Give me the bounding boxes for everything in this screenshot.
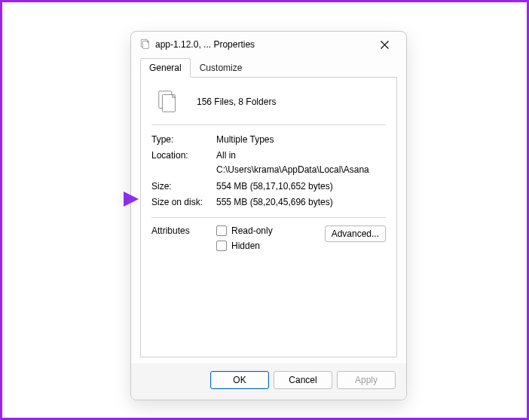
- multi-file-icon: [139, 38, 151, 51]
- value-type: Multiple Types: [216, 133, 386, 147]
- window-title: app-1.12.0, ... Properties: [155, 39, 368, 50]
- advanced-button[interactable]: Advanced...: [325, 225, 386, 242]
- attributes-section: Attributes Read-only Hidden Advanced...: [151, 225, 386, 256]
- label-location: Location:: [151, 149, 216, 163]
- row-type: Type: Multiple Types: [151, 133, 386, 147]
- checkbox-box-icon: [216, 225, 227, 236]
- tab-customize[interactable]: Customize: [191, 58, 252, 78]
- summary-text: 156 Files, 8 Folders: [197, 97, 276, 107]
- multi-file-large-icon: [154, 88, 182, 115]
- close-button[interactable]: [368, 34, 400, 55]
- cancel-button[interactable]: Cancel: [274, 371, 332, 389]
- label-size-on-disk: Size on disk:: [151, 195, 216, 210]
- ok-button[interactable]: OK: [210, 371, 269, 389]
- attribute-checks: Read-only Hidden: [216, 225, 325, 256]
- divider: [151, 217, 386, 218]
- apply-button[interactable]: Apply: [337, 371, 396, 389]
- value-location: All in C:\Users\krama\AppData\Local\Asan…: [216, 149, 386, 177]
- value-size: 554 MB (58,17,10,652 bytes): [216, 179, 386, 194]
- row-size: Size: 554 MB (58,17,10,652 bytes): [151, 179, 386, 194]
- annotation-arrow-icon: [65, 188, 140, 210]
- label-size: Size:: [151, 179, 216, 194]
- tab-general[interactable]: General: [140, 58, 191, 78]
- dialog-buttons: OK Cancel Apply: [131, 363, 406, 400]
- tab-panel-general: 156 Files, 8 Folders Type: Multiple Type…: [140, 77, 397, 357]
- properties-dialog: app-1.12.0, ... Properties General Custo…: [130, 31, 407, 400]
- checkbox-hidden-label: Hidden: [231, 241, 260, 251]
- checkbox-readonly[interactable]: Read-only: [216, 225, 325, 236]
- row-location: Location: All in C:\Users\krama\AppData\…: [151, 149, 386, 177]
- checkbox-box-icon: [216, 241, 227, 251]
- close-icon: [381, 41, 389, 49]
- tabstrip: General Customize: [131, 57, 406, 78]
- value-size-on-disk: 555 MB (58,20,45,696 bytes): [216, 195, 386, 210]
- label-type: Type:: [151, 133, 216, 147]
- titlebar: app-1.12.0, ... Properties: [131, 32, 406, 57]
- checkbox-readonly-label: Read-only: [231, 225, 273, 236]
- divider: [151, 124, 386, 125]
- label-attributes: Attributes: [151, 225, 216, 236]
- row-size-on-disk: Size on disk: 555 MB (58,20,45,696 bytes…: [151, 195, 386, 210]
- summary-row: 156 Files, 8 Folders: [151, 88, 386, 115]
- checkbox-hidden[interactable]: Hidden: [216, 241, 325, 251]
